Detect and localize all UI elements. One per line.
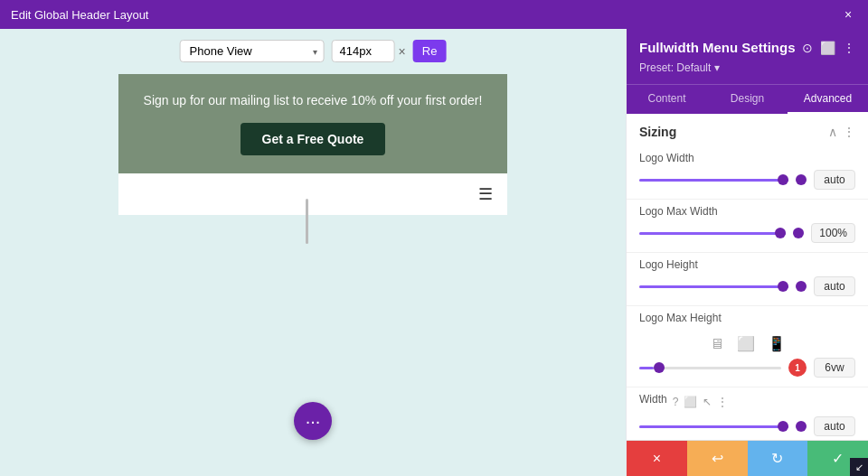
main-layout: Phone View Tablet View Desktop View ▾ × …	[0, 29, 868, 476]
slider-thumb-width[interactable]	[778, 421, 788, 432]
toolbar: Phone View Tablet View Desktop View ▾ × …	[180, 40, 447, 62]
hamburger-icon[interactable]: ☰	[478, 184, 493, 204]
tab-design[interactable]: Design	[707, 85, 788, 114]
width-cursor-icon[interactable]: ↖	[703, 396, 712, 408]
panel-header: Fullwidth Menu Settings ⊙ ⬜ ⋮ Preset: De…	[627, 29, 868, 84]
re-button[interactable]: Re	[413, 40, 447, 62]
section-title-sizing: Sizing	[639, 125, 676, 139]
canvas-area: Phone View Tablet View Desktop View ▾ × …	[0, 29, 626, 476]
field-control-logo-max-height: 1 6vw	[639, 358, 855, 378]
toggle-logo-height[interactable]	[796, 281, 807, 292]
panel-icon-target[interactable]: ⊙	[802, 41, 813, 55]
title-bar-close[interactable]: ×	[839, 5, 857, 23]
toggle-width[interactable]	[796, 421, 807, 432]
field-logo-width: Logo Width auto	[627, 146, 868, 200]
slider-track-logo-width[interactable]	[639, 179, 788, 182]
slider-fill-logo-height	[639, 285, 788, 288]
field-label-logo-max-width: Logo Max Width	[639, 205, 855, 218]
slider-fill-logo-max-width	[639, 232, 786, 235]
panel-preset[interactable]: Preset: Default ▾	[639, 61, 720, 74]
field-control-logo-height: auto	[639, 276, 855, 296]
slider-fill-width	[639, 425, 788, 428]
slider-badge: 1	[788, 359, 807, 377]
field-label-logo-width: Logo Width	[639, 152, 855, 164]
promo-banner: Sign up for our mailing list to receive …	[118, 74, 507, 173]
width-more-icon[interactable]: ⋮	[717, 396, 728, 408]
slider-thumb-logo-height[interactable]	[778, 281, 788, 292]
fab-icon: ···	[306, 411, 321, 432]
panel-header-icons: ⊙ ⬜ ⋮	[802, 41, 855, 55]
width-help-icon[interactable]: ?	[673, 396, 679, 408]
tab-advanced[interactable]: Advanced	[788, 85, 868, 114]
field-logo-height: Logo Height auto	[627, 253, 868, 306]
slider-thumb-logo-width[interactable]	[778, 174, 788, 185]
title-bar-text: Edit Global Header Layout	[11, 8, 148, 22]
mobile-icon[interactable]: 📱	[768, 335, 786, 352]
field-value-logo-max-width[interactable]: 100%	[811, 223, 855, 243]
settings-panel: Fullwidth Menu Settings ⊙ ⬜ ⋮ Preset: De…	[626, 29, 868, 476]
bottom-toolbar: × ↩ ↻ ✓ ↙	[627, 440, 868, 476]
field-value-width[interactable]: auto	[814, 416, 855, 436]
slider-fill-logo-max-height	[639, 367, 654, 369]
panel-body: Sizing ∧ ⋮ Logo Width auto	[627, 114, 868, 440]
field-control-width: auto	[639, 416, 855, 436]
field-logo-max-width: Logo Max Width 100%	[627, 200, 868, 253]
promo-button[interactable]: Get a Free Quote	[241, 123, 386, 155]
width-input[interactable]	[332, 40, 395, 62]
slider-fill-logo-width	[639, 179, 788, 182]
panel-icon-more[interactable]: ⋮	[843, 41, 855, 55]
panel-title: Fullwidth Menu Settings	[639, 40, 796, 55]
slider-thumb-logo-max-height[interactable]	[654, 362, 665, 373]
section-more-icon[interactable]: ⋮	[843, 125, 855, 139]
fab-button[interactable]: ···	[294, 402, 332, 440]
tablet-icon[interactable]: ⬜	[737, 335, 755, 352]
field-value-logo-height[interactable]: auto	[814, 276, 855, 296]
width-window-icon[interactable]: ⬜	[684, 396, 697, 408]
field-value-logo-max-height[interactable]: 6vw	[814, 358, 855, 378]
tab-content[interactable]: Content	[627, 85, 707, 114]
field-label-row-width: Width ? ⬜ ↖ ⋮	[639, 393, 855, 411]
field-width: Width ? ⬜ ↖ ⋮ auto	[627, 387, 868, 440]
undo-icon: ↩	[712, 450, 723, 467]
field-control-logo-width: auto	[639, 170, 855, 190]
title-bar: Edit Global Header Layout ×	[0, 0, 868, 29]
field-label-width: Width	[639, 393, 667, 406]
slider-thumb-logo-max-width[interactable]	[775, 228, 786, 238]
redo-icon: ↻	[771, 450, 783, 467]
section-header-sizing: Sizing ∧ ⋮	[627, 114, 868, 146]
field-value-logo-width[interactable]: auto	[814, 170, 855, 190]
clear-icon[interactable]: ×	[399, 44, 406, 59]
corner-icon[interactable]: ↙	[850, 458, 868, 476]
cancel-icon: ×	[653, 451, 661, 467]
view-select-wrapper: Phone View Tablet View Desktop View ▾	[180, 40, 325, 62]
panel-icon-window[interactable]: ⬜	[820, 41, 835, 55]
section-collapse-icon[interactable]: ∧	[828, 125, 837, 139]
desktop-icon[interactable]: 🖥	[710, 336, 724, 352]
cancel-button[interactable]: ×	[627, 441, 687, 476]
slider-track-logo-height[interactable]	[639, 285, 788, 288]
slider-track-logo-max-height[interactable]	[639, 367, 781, 369]
slider-track-width[interactable]	[639, 425, 788, 428]
undo-button[interactable]: ↩	[687, 441, 748, 476]
field-control-logo-max-width: 100%	[639, 223, 855, 243]
device-icons-row: 🖥 ⬜ 📱	[639, 330, 855, 358]
toggle-logo-max-width[interactable]	[793, 228, 804, 238]
redo-button[interactable]: ↻	[748, 441, 808, 476]
menu-icon-area: ☰	[118, 173, 507, 215]
canvas-content: Sign up for our mailing list to receive …	[118, 74, 507, 215]
resize-bar	[306, 199, 308, 244]
panel-header-top: Fullwidth Menu Settings ⊙ ⬜ ⋮	[639, 40, 855, 55]
resize-handle[interactable]	[303, 146, 310, 295]
field-logo-max-height: Logo Max Height 🖥 ⬜ 📱 1 6vw	[627, 306, 868, 387]
field-label-logo-max-height: Logo Max Height	[639, 312, 855, 324]
save-icon: ✓	[832, 450, 844, 467]
slider-track-logo-max-width[interactable]	[639, 232, 786, 235]
section-header-icons: ∧ ⋮	[828, 125, 855, 139]
field-label-logo-height: Logo Height	[639, 258, 855, 271]
view-select[interactable]: Phone View Tablet View Desktop View	[180, 40, 325, 62]
panel-tabs: Content Design Advanced	[627, 84, 868, 114]
promo-text: Sign up for our mailing list to receive …	[137, 92, 489, 110]
toggle-logo-width[interactable]	[796, 174, 807, 185]
